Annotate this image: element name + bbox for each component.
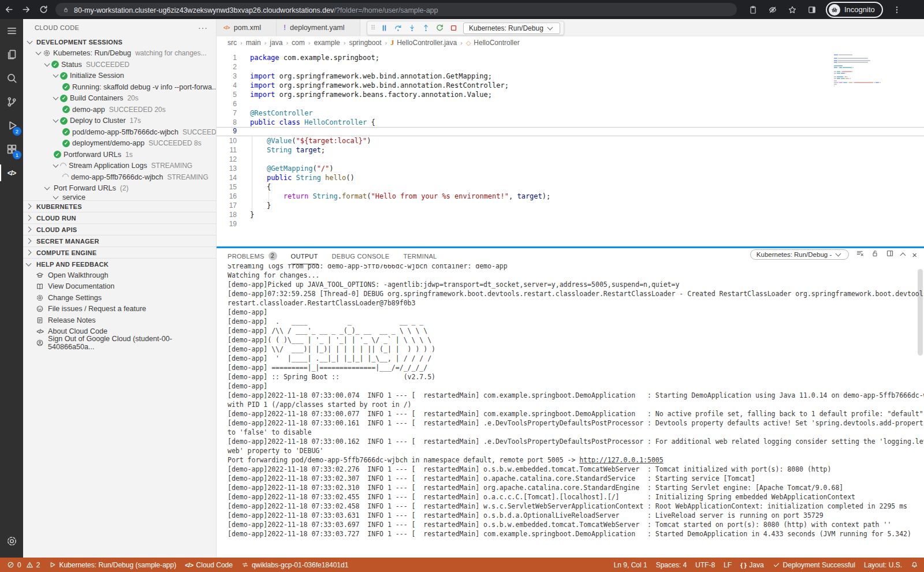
maximize-panel-icon[interactable]: [900, 253, 906, 259]
activity-extensions-icon[interactable]: 1: [0, 137, 23, 161]
breadcrumb-segment[interactable]: java: [270, 39, 282, 47]
tree-item[interactable]: demo-app-5ffb7666dc-wjbchSTREAMING: [23, 171, 216, 183]
code-line[interactable]: 10 @Value("${target:local}"): [217, 136, 924, 145]
status-item-layout-u-s-[interactable]: Layout: U.S.: [864, 561, 902, 569]
tree-item[interactable]: ✓Deploy to Cluster17s: [23, 115, 216, 127]
breadcrumb-file[interactable]: HelloController.java: [397, 39, 457, 47]
code-line[interactable]: 14 public String hello(): [217, 173, 924, 182]
incognito-badge[interactable]: Incognito: [826, 2, 883, 18]
breadcrumb-segment[interactable]: src: [228, 39, 237, 47]
bookmark-star-icon[interactable]: [784, 2, 800, 17]
step-out-button[interactable]: [422, 24, 430, 32]
code-editor[interactable]: 1package com.example.springboot;23import…: [217, 50, 924, 246]
lock-scroll-icon[interactable]: [871, 249, 879, 260]
activity-settings-gear-icon[interactable]: [0, 529, 23, 553]
section-cloud-apis[interactable]: CLOUD APIS: [23, 223, 216, 235]
breadcrumb-segment[interactable]: main: [246, 39, 261, 47]
status-item-ln-9-col-1[interactable]: Ln 9, Col 1: [614, 561, 647, 569]
activity-menu-icon[interactable]: [0, 19, 23, 43]
breadcrumb-segment[interactable]: example: [314, 39, 340, 47]
pause-button[interactable]: [380, 24, 389, 32]
code-line[interactable]: 7@RestController: [217, 109, 924, 118]
debug-profile-dropdown[interactable]: Kubernetes: Run/Debug: [463, 23, 560, 34]
tree-item[interactable]: ✓Build Containers20s: [23, 93, 216, 104]
step-over-button[interactable]: [394, 24, 403, 32]
tab-deployment.yaml[interactable]: !deployment.yaml: [277, 19, 360, 36]
section-secret-manager[interactable]: SECRET MANAGER: [23, 235, 216, 246]
status-item-spaces-4[interactable]: Spaces: 4: [656, 561, 687, 569]
tree-item[interactable]: ✓Running: skaffold debug -v info --port-…: [23, 81, 216, 93]
status-item-lf[interactable]: LF: [724, 561, 732, 569]
side-panel-icon[interactable]: [804, 2, 820, 17]
status-item-bell[interactable]: [911, 561, 918, 569]
code-line[interactable]: 9: [217, 127, 924, 136]
code-line[interactable]: 16 return String.format("Hello from your…: [217, 192, 924, 201]
restart-button[interactable]: [435, 24, 444, 32]
code-line[interactable]: 15 {: [217, 182, 924, 192]
output-log[interactable]: Streaming logs from pod: demo-app-5ffb76…: [217, 264, 924, 558]
tree-item[interactable]: Port Forward URLs(2): [23, 183, 216, 195]
stop-button[interactable]: [449, 24, 458, 32]
code-line[interactable]: 5import org.springframework.beans.factor…: [217, 90, 924, 99]
breadcrumb-segment[interactable]: springboot: [349, 39, 381, 47]
code-line[interactable]: 6: [217, 99, 924, 109]
output-channel-dropdown[interactable]: Kubernetes: Run/Debug -: [750, 249, 849, 260]
code-line[interactable]: 19: [217, 219, 924, 229]
tree-item[interactable]: Kubernetes: Run/Debugwatching for change…: [23, 48, 216, 59]
status-item-0[interactable]: 0: [7, 561, 21, 569]
open-in-editor-icon[interactable]: [886, 249, 894, 260]
help-item-gear[interactable]: Change Settings: [23, 292, 216, 304]
section-kubernetes[interactable]: KUBERNETES: [23, 200, 216, 212]
drag-handle-icon[interactable]: ⠿: [371, 24, 375, 32]
tab-pom.xml[interactable]: </>pom.xml: [217, 19, 277, 36]
code-line[interactable]: 18}: [217, 210, 924, 219]
panel-tab-debug-console[interactable]: DEBUG CONSOLE: [332, 249, 390, 264]
tree-item[interactable]: ✓deployment/demo-appSUCCEEDED 8s: [23, 138, 216, 149]
sidebar-more-icon[interactable]: ···: [198, 23, 208, 32]
scrollbar[interactable]: [918, 269, 923, 356]
breadcrumb-symbol[interactable]: HelloController: [474, 39, 519, 47]
code-line[interactable]: 3import org.springframework.web.bind.ann…: [217, 72, 924, 81]
tree-item[interactable]: ✓demo-appSUCCEEDED 20s: [23, 104, 216, 115]
status-item-cloud-code[interactable]: </>Cloud Code: [185, 561, 233, 569]
activity-cloud-code-icon[interactable]: </>: [0, 161, 23, 185]
eye-off-icon[interactable]: [765, 2, 781, 17]
code-line[interactable]: 17 }: [217, 201, 924, 210]
status-item-utf-8[interactable]: UTF-8: [695, 561, 715, 569]
help-item-smiley[interactable]: File issues / Request a feature: [23, 304, 216, 315]
tree-item[interactable]: ✓StatusSUCCEEDED: [23, 59, 216, 70]
activity-run-debug-icon[interactable]: 2: [0, 114, 23, 137]
code-line[interactable]: 4import org.springframework.web.bind.ann…: [217, 81, 924, 90]
activity-search-icon[interactable]: [0, 66, 23, 90]
status-item-2[interactable]: 2: [26, 561, 40, 569]
code-line[interactable]: 2: [217, 62, 924, 72]
help-item-person[interactable]: Sign Out of Google Cloud (student-00-540…: [23, 337, 216, 349]
activity-source-control-icon[interactable]: [0, 90, 23, 114]
clear-output-icon[interactable]: [856, 249, 864, 260]
browser-menu-icon[interactable]: [889, 2, 905, 17]
tree-item[interactable]: DEVELOPMENT SESSIONS: [23, 36, 216, 48]
tree-item[interactable]: Stream Application LogsSTREAMING: [23, 160, 216, 172]
status-item-java[interactable]: { }Java: [740, 561, 763, 569]
help-item-grad-cap[interactable]: Open Walkthrough: [23, 270, 216, 281]
code-line[interactable]: 11 String target;: [217, 145, 924, 155]
code-line[interactable]: 13 @GetMapping("/"): [217, 164, 924, 173]
status-item-kubernetes-run-debug-sam[interactable]: Kubernetes: Run/Debug (sample-app): [49, 561, 176, 569]
back-button[interactable]: [0, 2, 17, 17]
tree-item[interactable]: ✓pod/demo-app-5ffb7666dc-wjbchSUCCEED...: [23, 126, 216, 138]
forward-button[interactable]: [17, 2, 35, 17]
code-line[interactable]: 12: [217, 155, 924, 164]
help-item-book[interactable]: View Documentation: [23, 281, 216, 293]
step-into-button[interactable]: [408, 24, 416, 32]
code-line[interactable]: 1package com.example.springboot;: [217, 53, 924, 62]
close-panel-icon[interactable]: ×: [912, 250, 917, 260]
tree-item[interactable]: ✓Initialize Session: [23, 70, 216, 82]
code-line[interactable]: 8public class HelloController {: [217, 118, 924, 127]
status-item-deployment-successful[interactable]: Deployment Successful: [773, 561, 855, 569]
section-compute-engine[interactable]: COMPUTE ENGINE: [23, 246, 216, 258]
section-help-and-feedback[interactable]: HELP AND FEEDBACK: [23, 258, 216, 270]
section-cloud-run[interactable]: CLOUD RUN: [23, 212, 216, 223]
panel-tab-output[interactable]: OUTPUT: [291, 249, 318, 264]
tree-item[interactable]: service: [23, 194, 216, 200]
reload-button[interactable]: [35, 2, 52, 17]
